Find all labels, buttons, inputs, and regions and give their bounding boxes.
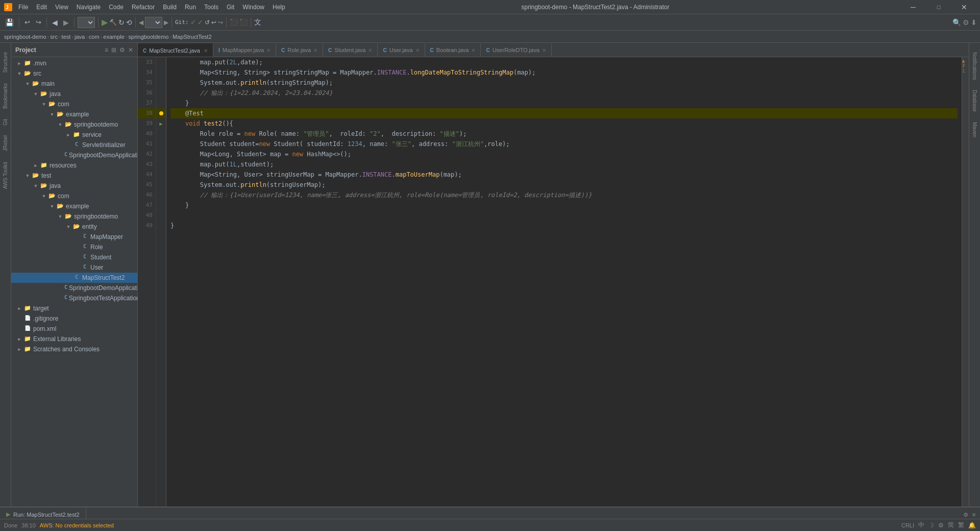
tree-item-resources[interactable]: ▶ 📁 resources (11, 160, 137, 171)
menu-help[interactable]: Help (268, 0, 289, 14)
search-everywhere-button[interactable]: 🔍 (952, 18, 961, 27)
menu-refactor[interactable]: Refactor (128, 0, 159, 14)
save-all-button[interactable]: 💾 (3, 17, 16, 28)
code-content[interactable]: map.put(2L,date); Map<String, String> st… (166, 57, 962, 506)
tree-item-springbootdemo1[interactable]: ▼ 📂 springbootdemo (11, 119, 137, 130)
run-green-button[interactable]: ▶ (102, 17, 108, 27)
tree-item-extlibs[interactable]: ▶ 📁 External Libraries (11, 334, 137, 344)
tree-item-service[interactable]: ▶ 📁 service (11, 130, 137, 140)
breadcrumb-file[interactable]: MapStructTest2 (173, 34, 211, 40)
tab-close-dto[interactable]: ✕ (542, 47, 546, 53)
reload-button[interactable]: ↻ (118, 18, 125, 27)
file-dropdown[interactable]: MapStructTest2.java (78, 17, 95, 28)
update-button[interactable]: ⬇ (971, 18, 977, 27)
tree-item-com1[interactable]: ▼ 📂 com (11, 99, 137, 109)
gutter-39-run[interactable]: ▶ (156, 118, 166, 129)
tab-close-mapstruct[interactable]: ✕ (204, 48, 208, 54)
breadcrumb-java[interactable]: java (75, 34, 85, 40)
tree-item-mapmapper[interactable]: C MapMapper (11, 232, 137, 242)
prev-btn[interactable]: ◀ (139, 19, 143, 26)
maven-tab[interactable]: Maven (970, 117, 979, 142)
tree-item-src[interactable]: ▼ 📂 src (11, 68, 137, 79)
menu-navigate[interactable]: Navigate (72, 0, 105, 14)
tab-close-user[interactable]: ✕ (415, 47, 420, 53)
aws-toolkit-tab[interactable]: AWS Toolkit (1, 157, 10, 194)
sidebar-ctrl-3[interactable]: ⚙ (119, 46, 125, 54)
menu-tools[interactable]: Tools (200, 0, 223, 14)
tab-mapmapper[interactable]: I MapMapper.java ✕ (213, 43, 276, 57)
redo2-button[interactable]: ↪ (218, 19, 223, 26)
notifications-tab[interactable]: Notifications (970, 47, 979, 85)
tree-item-test[interactable]: ▼ 📂 test (11, 171, 137, 181)
tree-item-example2[interactable]: ▼ 📂 example (11, 201, 137, 211)
jrebel-dropdown[interactable]: JRebel (145, 17, 162, 28)
tab-userroledto[interactable]: C UserRoleDTO.java ✕ (481, 43, 551, 57)
settings-button[interactable]: ⚙ (963, 18, 969, 27)
minimize-button[interactable]: ─ (901, 0, 925, 14)
build-button[interactable]: 🔨 (109, 19, 117, 26)
git-history-button[interactable]: ↺ (205, 19, 210, 26)
undo-button[interactable]: ↩ (22, 17, 32, 27)
tree-item-main[interactable]: ▼ 📂 main (11, 79, 137, 89)
tree-item-sbta[interactable]: C SpringbootTestApplicationTe... (11, 293, 137, 303)
tab-user[interactable]: C User.java ✕ (378, 43, 425, 57)
tab-close-mapmapper[interactable]: ✕ (266, 47, 271, 53)
sidebar-ctrl-1[interactable]: ≡ (105, 46, 108, 54)
breadcrumb-project[interactable]: springboot-demo (4, 34, 46, 40)
tab-close-student[interactable]: ✕ (368, 47, 372, 53)
menu-edit[interactable]: Edit (32, 0, 51, 14)
tab-boolean[interactable]: C Boolean.java ✕ (425, 43, 481, 57)
tree-item-springbootapp1[interactable]: C SpringbootDemoApplication (11, 150, 137, 160)
vcs-btn2[interactable]: ⬛ (239, 18, 248, 26)
vcs-btn1[interactable]: ⬛ (230, 18, 238, 26)
breadcrumb-src[interactable]: src (50, 34, 58, 40)
tab-role[interactable]: C Role.java ✕ (276, 43, 323, 57)
tree-item-entity[interactable]: ▼ 📂 entity (11, 222, 137, 232)
settings-icon2[interactable]: ⚙ (938, 522, 944, 529)
menu-git[interactable]: Git (223, 0, 238, 14)
tree-item-student[interactable]: C Student (11, 252, 137, 262)
tree-item-target[interactable]: ▶ 📁 target (11, 303, 137, 313)
tab-mapstructtest2[interactable]: C MapStructTest2.java ✕ (138, 43, 213, 57)
menu-window[interactable]: Window (238, 0, 268, 14)
tree-item-scratches[interactable]: ▶ 📁 Scratches and Consoles (11, 344, 137, 354)
menu-file[interactable]: File (14, 0, 32, 14)
maximize-button[interactable]: □ (927, 0, 950, 14)
structure-tab[interactable]: Structure (1, 47, 10, 78)
translate-button[interactable]: 文 (254, 18, 261, 27)
tree-item-java1[interactable]: ▼ 📂 java (11, 89, 137, 99)
tree-item-pom[interactable]: 📄 pom.xml (11, 324, 137, 334)
bottom-settings-btn[interactable]: ⚙ ✕ (964, 511, 976, 518)
back-button[interactable]: ◀ (50, 17, 60, 28)
tree-item-mapstruct2[interactable]: C MapStructTest2 (11, 273, 137, 283)
breadcrumb-example[interactable]: example (103, 34, 125, 40)
minimize-panel-icon[interactable]: ✕ (972, 511, 976, 518)
forward-button[interactable]: ▶ (61, 17, 71, 28)
tree-item-role[interactable]: C Role (11, 242, 137, 252)
sidebar-ctrl-2[interactable]: ⊞ (111, 46, 116, 54)
crlf-label[interactable]: CRLI (901, 522, 914, 528)
git-check-button[interactable]: ✓ (190, 18, 196, 26)
undo2-button[interactable]: ↩ (211, 19, 216, 26)
code-editor[interactable]: 33 34 35 36 37 38 39 40 41 42 43 44 45 4… (138, 57, 969, 506)
tree-item-sba2[interactable]: C SpringbootDemoApplication... (11, 283, 137, 293)
sidebar-close[interactable]: ✕ (128, 46, 133, 54)
bookmarks-tab[interactable]: Bookmarks (1, 78, 10, 114)
tree-item-gitignore[interactable]: 📄 .gitignore (11, 313, 137, 324)
tree-item-java2[interactable]: ▼ 📂 java (11, 181, 137, 191)
menu-code[interactable]: Code (105, 0, 128, 14)
notifications-icon[interactable]: 🔔 (968, 522, 976, 529)
tree-item-example1[interactable]: ▼ 📂 example (11, 109, 137, 119)
git-side-tab[interactable]: Git (1, 114, 10, 131)
tab-student[interactable]: C Student.java ✕ (323, 43, 378, 57)
tree-item-mvn[interactable]: ▶ 📁 .mvn (11, 58, 137, 68)
git-cross-button[interactable]: ✓ (198, 18, 203, 26)
next-btn[interactable]: ▶ (164, 19, 168, 26)
close-button[interactable]: ✕ (952, 0, 976, 14)
tree-item-servletinit[interactable]: C ServletInitializer (11, 140, 137, 150)
jrebel-side-tab[interactable]: JRebel (1, 130, 10, 156)
tree-item-com2[interactable]: ▼ 📂 com (11, 191, 137, 201)
refresh-button[interactable]: ⟲ (126, 18, 132, 27)
menu-view[interactable]: View (51, 0, 72, 14)
database-tab[interactable]: Database (970, 85, 979, 117)
